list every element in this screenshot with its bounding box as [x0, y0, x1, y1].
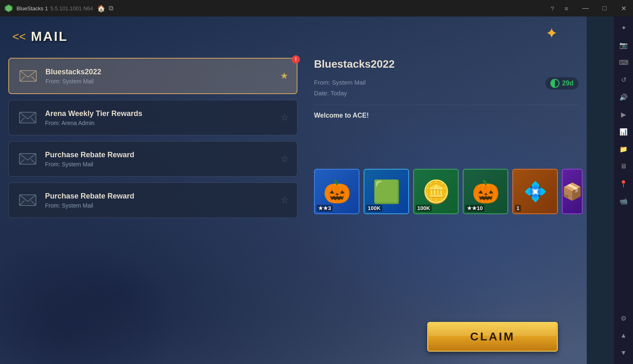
claim-label: CLAIM — [470, 330, 515, 343]
detail-from: From: System Mail Date: Today — [314, 77, 366, 98]
sidebar-icon-up[interactable]: ▲ — [616, 328, 631, 343]
detail-meta: From: System Mail Date: Today 29d — [314, 77, 578, 98]
reward-count: 1 — [515, 205, 521, 212]
sparkle-icon[interactable]: ✦ — [545, 25, 558, 42]
envelope-icon — [17, 65, 39, 87]
mail-info: Purchase Rebate Reward From: System Mail — [45, 192, 274, 209]
detail-body: Welcome to ACE! — [314, 112, 578, 119]
sidebar-icon-camera[interactable]: 📹 — [616, 193, 631, 209]
star-button[interactable]: ★ — [280, 71, 288, 81]
sidebar-icon-screenshot[interactable]: 📷 — [616, 37, 631, 53]
mail-from: From: System Mail — [45, 78, 274, 85]
bluestacks-sidebar: ✦ 📷 ⌨ ↺ 🔊 ▶ 📊 📁 🖥 📍 📹 ⚙ ▲ ▼ — [614, 17, 633, 364]
reward-icon: 🟩 — [373, 180, 400, 203]
mail-from: From: System Mail — [45, 161, 274, 168]
svg-line-3 — [20, 76, 25, 81]
envelope-icon — [17, 107, 38, 128]
sidebar-icon-location[interactable]: 📍 — [616, 176, 631, 191]
bluestacks-logo — [4, 4, 13, 13]
envelope-icon — [17, 189, 38, 211]
multiinstance-icon[interactable]: ⧉ — [109, 5, 113, 12]
reward-item[interactable]: 🎃 ★★10 — [463, 169, 508, 214]
mail-info: Bluestacks2022 From: System Mail — [45, 68, 274, 85]
reward-icon: 🪙 — [422, 180, 450, 203]
mail-subject: Purchase Rebate Reward — [45, 151, 274, 159]
app-version: 5.5.101.1001 N64 — [50, 5, 93, 12]
mail-list: ! Bluestacks2022 From: System Mail ★ — [8, 58, 297, 218]
mail-subject: Bluestacks2022 — [45, 68, 274, 76]
reward-item[interactable]: 🪙 100K — [413, 169, 459, 214]
rewards-row: 🎃 ★★3 🟩 100K 🪙 100K 🎃 ★★10 💠 1 — [314, 169, 578, 214]
reward-item[interactable]: 💠 1 — [512, 169, 558, 214]
sidebar-icon-down[interactable]: ▼ — [616, 345, 631, 361]
sidebar-icon-top[interactable]: ✦ — [616, 20, 631, 35]
reward-count: ★★3 — [316, 205, 333, 212]
svg-rect-2 — [20, 71, 36, 81]
reward-count: 100K — [416, 205, 432, 212]
mail-subject: Purchase Rebate Reward — [45, 192, 274, 201]
timer-value: 29d — [562, 80, 574, 87]
reward-icon: 💠 — [524, 182, 547, 201]
mail-item[interactable]: Arena Weekly Tier Rewards From: Arena Ad… — [8, 100, 297, 135]
mail-info: Purchase Rebate Reward From: System Mail — [45, 151, 274, 168]
mail-info: Arena Weekly Tier Rewards From: Arena Ad… — [45, 109, 274, 126]
sidebar-icon-keyboard[interactable]: ⌨ — [616, 54, 631, 70]
help-button[interactable]: ? — [546, 2, 559, 14]
reward-icon: 🎃 — [472, 180, 500, 203]
detail-title: Bluestacks2022 — [314, 58, 578, 71]
mail-item[interactable]: ! Bluestacks2022 From: System Mail ★ — [8, 58, 297, 94]
home-icon[interactable]: 🏠 — [97, 5, 105, 12]
titlebar: BlueStacks 1 5.5.101.1001 N64 🏠 ⧉ ? ≡ — … — [0, 0, 633, 17]
reward-icon: 🎃 — [323, 180, 351, 203]
reward-count: ★★10 — [465, 205, 484, 212]
minimize-button[interactable]: — — [576, 0, 595, 17]
sidebar-icon-volume[interactable]: 🔊 — [616, 89, 631, 105]
reward-item[interactable]: 🎃 ★★3 — [314, 169, 359, 214]
claim-button-container: CLAIM — [427, 322, 558, 352]
sidebar-icon-rotate[interactable]: ↺ — [616, 72, 631, 87]
reward-item[interactable]: 📦 — [562, 169, 583, 214]
envelope-icon — [17, 148, 38, 170]
reward-count: 100K — [366, 205, 382, 212]
notification-badge: ! — [292, 55, 300, 64]
back-button[interactable]: << — [12, 30, 26, 43]
svg-line-4 — [31, 76, 36, 81]
claim-button[interactable]: CLAIM — [427, 322, 558, 352]
page-title: MAIL — [31, 29, 68, 44]
app-title: BlueStacks 1 — [17, 5, 48, 12]
mail-item[interactable]: Purchase Rebate Reward From: System Mail… — [8, 182, 297, 218]
mail-from: From: Arena Admin — [45, 120, 274, 126]
star-button[interactable]: ☆ — [281, 112, 289, 123]
mail-from: From: System Mail — [45, 202, 274, 209]
close-button[interactable]: ✕ — [614, 0, 633, 17]
mail-item[interactable]: Purchase Rebate Reward From: System Mail… — [8, 141, 297, 177]
divider — [314, 105, 578, 105]
sidebar-icon-display[interactable]: 🖥 — [616, 158, 631, 174]
mail-header: << MAIL — [12, 29, 68, 44]
sidebar-icon-folder[interactable]: 📁 — [616, 141, 631, 157]
star-button[interactable]: ☆ — [281, 154, 289, 164]
sidebar-icon-macro[interactable]: ▶ — [616, 106, 631, 122]
sidebar-icon-settings[interactable]: ⚙ — [616, 310, 631, 326]
maximize-button[interactable]: □ — [595, 0, 614, 17]
mail-subject: Arena Weekly Tier Rewards — [45, 109, 274, 118]
timer-icon — [550, 79, 559, 88]
reward-item[interactable]: 🟩 100K — [364, 169, 409, 214]
reward-icon: 📦 — [562, 183, 583, 200]
mail-detail-panel: Bluestacks2022 From: System Mail Date: T… — [314, 58, 578, 227]
sidebar-icon-data[interactable]: 📊 — [616, 124, 631, 139]
window-controls: ? ≡ — □ ✕ — [546, 0, 633, 17]
star-button[interactable]: ☆ — [281, 195, 289, 206]
game-area: << MAIL ✦ ! Bluestacks2022 From: System … — [0, 17, 587, 364]
detail-timer: 29d — [545, 77, 578, 90]
settings-button[interactable]: ≡ — [560, 2, 573, 14]
